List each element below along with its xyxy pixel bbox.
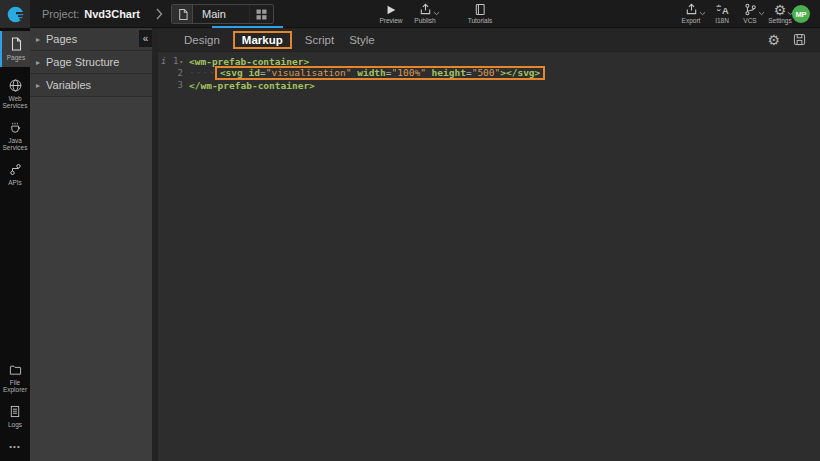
info-annotation-icon: i [161, 56, 166, 66]
translate-icon: A [715, 3, 729, 16]
globe-icon [9, 79, 22, 92]
export-icon [685, 3, 698, 16]
toolbar-right-group: ⚙ [767, 33, 806, 47]
publish-icon [419, 3, 432, 16]
project-title: Project: Nvd3Chart [42, 0, 140, 28]
tab-design[interactable]: Design [182, 32, 222, 48]
coffee-icon [9, 121, 22, 134]
code-annotation-box: <svg id="visualisation" width="100%" hei… [215, 66, 545, 80]
i18n-button[interactable]: A I18N [708, 3, 736, 27]
rail-spacer [0, 192, 30, 358]
line-number: 3 [178, 80, 183, 90]
grid-view-icon[interactable] [249, 5, 273, 23]
code-text: ····<svg id="visualisation" width="100%"… [186, 66, 545, 80]
log-file-icon [9, 405, 21, 418]
publish-button[interactable]: Publish [406, 3, 444, 27]
line-number: 2 [178, 68, 183, 78]
panel-section-variables[interactable]: ▸ Variables [30, 74, 152, 97]
branch-icon [744, 3, 757, 16]
markup-code-editor[interactable]: i 1 ▾ <wm-prefab-container> 2 ····<svg i… [158, 52, 820, 461]
caret-right-icon: ▸ [30, 35, 46, 44]
folder-icon [9, 364, 22, 376]
tab-markup[interactable]: Markup [233, 31, 292, 49]
api-connector-icon [9, 163, 22, 176]
app-window: Project: Nvd3Chart Main [0, 0, 820, 461]
page-tab-label: Main [193, 5, 249, 23]
chevron-down-icon [699, 11, 706, 16]
play-icon [385, 3, 397, 16]
save-icon[interactable] [793, 33, 806, 46]
project-name: Nvd3Chart [84, 8, 140, 20]
project-label: Project: [42, 8, 79, 20]
app-logo[interactable] [0, 0, 30, 28]
rail-item-logs[interactable]: Logs [0, 399, 30, 434]
line-number: 1 [173, 56, 178, 66]
breadcrumb-chevron-icon [156, 8, 163, 20]
vcs-button[interactable]: VCS [736, 3, 764, 27]
active-page-underline [212, 26, 283, 28]
panel-section-pages[interactable]: ▸ Pages « [30, 28, 152, 51]
rail-more-button[interactable]: ••• [0, 434, 30, 461]
rail-item-pages[interactable]: Pages [0, 31, 30, 67]
editor-toolbar: Design Markup Script Style ⚙ [158, 28, 820, 52]
tutorials-button[interactable]: Tutorials [460, 3, 500, 27]
gutter-line-1: i 1 ▾ [158, 56, 186, 66]
book-icon [474, 3, 486, 16]
user-avatar[interactable]: MP [792, 5, 810, 23]
preview-button[interactable]: Preview [374, 3, 408, 27]
page-icon [10, 37, 22, 51]
gutter-line-2: 2 [158, 68, 186, 78]
rail-item-file-explorer[interactable]: File Explorer [0, 358, 30, 399]
tab-style[interactable]: Style [347, 32, 377, 48]
gutter-line-3: 3 [158, 80, 186, 90]
rail-item-web-services[interactable]: Web Services [0, 73, 30, 115]
left-rail: Pages Web Services Java Services [0, 28, 30, 461]
wavemaker-logo-icon [7, 6, 24, 23]
svg-text:A: A [722, 6, 729, 16]
panel-section-page-structure[interactable]: ▸ Page Structure [30, 51, 152, 74]
page-icon [172, 5, 193, 23]
editor-settings-gear-icon[interactable]: ⚙ [767, 33, 780, 47]
code-line-3: 3 </wm-prefab-container> [158, 79, 820, 91]
pages-panel: ▸ Pages « ▸ Page Structure ▸ Variables [30, 28, 152, 461]
caret-right-icon: ▸ [30, 58, 46, 67]
top-bar: Project: Nvd3Chart Main [0, 0, 820, 28]
rail-item-java-services[interactable]: Java Services [0, 115, 30, 157]
code-line-2: 2 ····<svg id="visualisation" width="100… [158, 67, 820, 79]
page-tab-main[interactable]: Main [171, 4, 274, 24]
fold-toggle-icon[interactable]: ▾ [179, 58, 183, 65]
chevron-down-icon [433, 11, 440, 16]
export-button[interactable]: Export [674, 3, 708, 27]
gear-icon: ⚙ [774, 3, 787, 16]
code-text: </wm-prefab-container> [186, 80, 315, 91]
code-text: <wm-prefab-container> [186, 56, 309, 67]
tab-script[interactable]: Script [303, 32, 336, 48]
caret-right-icon: ▸ [30, 81, 46, 90]
collapse-panel-button[interactable]: « [139, 30, 152, 47]
rail-item-apis[interactable]: APIs [0, 157, 30, 192]
